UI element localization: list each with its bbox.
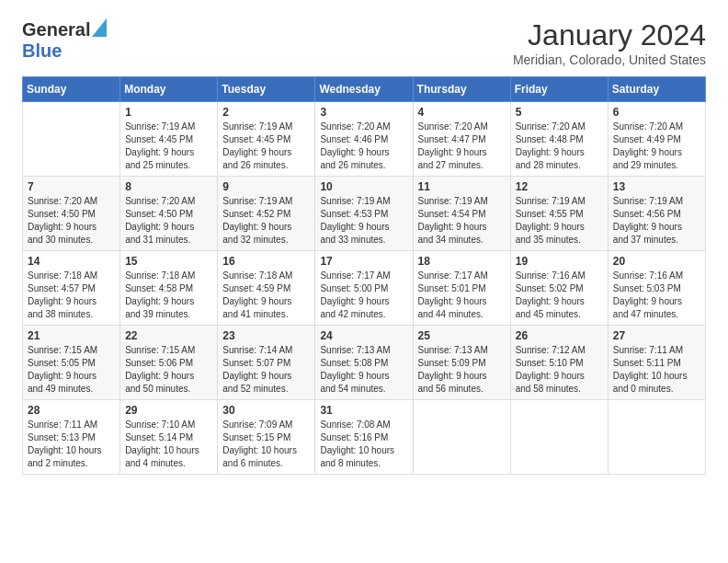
calendar-cell: 15Sunrise: 7:18 AM Sunset: 4:58 PM Dayli… (120, 251, 218, 326)
header-row: Sunday Monday Tuesday Wednesday Thursday… (23, 77, 706, 102)
calendar-cell: 2Sunrise: 7:19 AM Sunset: 4:45 PM Daylig… (218, 102, 315, 177)
table-row: 21Sunrise: 7:15 AM Sunset: 5:05 PM Dayli… (23, 326, 706, 400)
calendar-cell: 19Sunrise: 7:16 AM Sunset: 5:02 PM Dayli… (510, 251, 608, 326)
calendar-cell: 4Sunrise: 7:20 AM Sunset: 4:47 PM Daylig… (413, 102, 510, 177)
calendar-cell: 13Sunrise: 7:19 AM Sunset: 4:56 PM Dayli… (608, 177, 705, 251)
day-info: Sunrise: 7:11 AM Sunset: 5:13 PM Dayligh… (28, 419, 115, 470)
day-number: 12 (516, 180, 603, 193)
day-info: Sunrise: 7:19 AM Sunset: 4:55 PM Dayligh… (516, 195, 603, 247)
day-number: 27 (613, 329, 700, 342)
day-info: Sunrise: 7:16 AM Sunset: 5:02 PM Dayligh… (516, 270, 603, 321)
day-info: Sunrise: 7:11 AM Sunset: 5:11 PM Dayligh… (613, 344, 700, 396)
calendar-cell: 9Sunrise: 7:19 AM Sunset: 4:52 PM Daylig… (218, 177, 315, 251)
calendar-table: Sunday Monday Tuesday Wednesday Thursday… (22, 76, 706, 475)
calendar-cell: 21Sunrise: 7:15 AM Sunset: 5:05 PM Dayli… (23, 326, 120, 400)
calendar-cell: 20Sunrise: 7:16 AM Sunset: 5:03 PM Dayli… (608, 251, 705, 326)
calendar-cell (608, 400, 705, 475)
day-number: 5 (516, 106, 603, 119)
day-number: 13 (613, 180, 700, 193)
calendar-cell: 23Sunrise: 7:14 AM Sunset: 5:07 PM Dayli… (218, 326, 315, 400)
day-number: 22 (125, 329, 212, 342)
logo: General Blue (22, 18, 107, 62)
day-number: 15 (125, 255, 212, 268)
header: General Blue January 2024 Meridian, Colo… (22, 18, 706, 67)
calendar-cell (23, 102, 120, 177)
day-number: 18 (418, 255, 506, 268)
day-info: Sunrise: 7:15 AM Sunset: 5:05 PM Dayligh… (28, 344, 115, 396)
calendar-cell: 7Sunrise: 7:20 AM Sunset: 4:50 PM Daylig… (23, 177, 120, 251)
day-number: 19 (516, 255, 603, 268)
day-number: 8 (125, 180, 212, 193)
day-info: Sunrise: 7:19 AM Sunset: 4:53 PM Dayligh… (320, 195, 407, 247)
svg-marker-0 (92, 18, 107, 37)
logo-general: General (22, 19, 90, 40)
col-saturday: Saturday (608, 77, 705, 102)
calendar-cell: 18Sunrise: 7:17 AM Sunset: 5:01 PM Dayli… (413, 251, 510, 326)
day-number: 24 (320, 329, 407, 342)
day-info: Sunrise: 7:20 AM Sunset: 4:50 PM Dayligh… (125, 195, 212, 247)
calendar-cell (413, 400, 510, 475)
day-number: 29 (125, 404, 212, 417)
day-info: Sunrise: 7:18 AM Sunset: 4:57 PM Dayligh… (28, 270, 115, 321)
col-tuesday: Tuesday (218, 77, 315, 102)
col-friday: Friday (510, 77, 608, 102)
day-number: 7 (28, 180, 115, 193)
calendar-cell: 29Sunrise: 7:10 AM Sunset: 5:14 PM Dayli… (120, 400, 218, 475)
calendar-cell: 26Sunrise: 7:12 AM Sunset: 5:10 PM Dayli… (510, 326, 608, 400)
day-number: 2 (222, 106, 310, 119)
calendar-cell: 1Sunrise: 7:19 AM Sunset: 4:45 PM Daylig… (120, 102, 218, 177)
day-number: 6 (613, 106, 700, 119)
day-info: Sunrise: 7:19 AM Sunset: 4:45 PM Dayligh… (125, 121, 212, 172)
day-info: Sunrise: 7:13 AM Sunset: 5:08 PM Dayligh… (320, 344, 407, 396)
calendar-cell: 16Sunrise: 7:18 AM Sunset: 4:59 PM Dayli… (218, 251, 315, 326)
calendar-cell: 11Sunrise: 7:19 AM Sunset: 4:54 PM Dayli… (413, 177, 510, 251)
col-sunday: Sunday (23, 77, 120, 102)
day-info: Sunrise: 7:17 AM Sunset: 5:00 PM Dayligh… (320, 270, 407, 321)
logo-blue: Blue (22, 40, 62, 61)
table-row: 7Sunrise: 7:20 AM Sunset: 4:50 PM Daylig… (23, 177, 706, 251)
calendar-cell: 25Sunrise: 7:13 AM Sunset: 5:09 PM Dayli… (413, 326, 510, 400)
day-info: Sunrise: 7:18 AM Sunset: 4:58 PM Dayligh… (125, 270, 212, 321)
day-number: 20 (613, 255, 700, 268)
calendar-cell: 24Sunrise: 7:13 AM Sunset: 5:08 PM Dayli… (315, 326, 413, 400)
logo-triangle-icon (92, 18, 107, 40)
day-number: 21 (28, 329, 115, 342)
title-area: January 2024 Meridian, Colorado, United … (513, 18, 706, 67)
calendar-cell: 31Sunrise: 7:08 AM Sunset: 5:16 PM Dayli… (315, 400, 413, 475)
day-number: 4 (418, 106, 506, 119)
day-info: Sunrise: 7:15 AM Sunset: 5:06 PM Dayligh… (125, 344, 212, 396)
day-info: Sunrise: 7:19 AM Sunset: 4:52 PM Dayligh… (222, 195, 310, 247)
day-number: 26 (516, 329, 603, 342)
day-number: 9 (222, 180, 310, 193)
day-info: Sunrise: 7:14 AM Sunset: 5:07 PM Dayligh… (222, 344, 310, 396)
day-info: Sunrise: 7:13 AM Sunset: 5:09 PM Dayligh… (418, 344, 506, 396)
calendar-cell: 12Sunrise: 7:19 AM Sunset: 4:55 PM Dayli… (510, 177, 608, 251)
day-number: 16 (222, 255, 310, 268)
table-row: 14Sunrise: 7:18 AM Sunset: 4:57 PM Dayli… (23, 251, 706, 326)
table-row: 1Sunrise: 7:19 AM Sunset: 4:45 PM Daylig… (23, 102, 706, 177)
day-info: Sunrise: 7:20 AM Sunset: 4:47 PM Dayligh… (418, 121, 506, 172)
calendar-cell: 5Sunrise: 7:20 AM Sunset: 4:48 PM Daylig… (510, 102, 608, 177)
day-info: Sunrise: 7:17 AM Sunset: 5:01 PM Dayligh… (418, 270, 506, 321)
day-info: Sunrise: 7:10 AM Sunset: 5:14 PM Dayligh… (125, 419, 212, 470)
day-number: 1 (125, 106, 212, 119)
day-number: 10 (320, 180, 407, 193)
calendar-subtitle: Meridian, Colorado, United States (513, 52, 706, 67)
day-number: 31 (320, 404, 407, 417)
day-info: Sunrise: 7:09 AM Sunset: 5:15 PM Dayligh… (222, 419, 310, 470)
day-number: 11 (418, 180, 506, 193)
day-info: Sunrise: 7:18 AM Sunset: 4:59 PM Dayligh… (222, 270, 310, 321)
day-number: 30 (222, 404, 310, 417)
day-number: 25 (418, 329, 506, 342)
calendar-cell (510, 400, 608, 475)
day-number: 3 (320, 106, 407, 119)
day-info: Sunrise: 7:20 AM Sunset: 4:50 PM Dayligh… (28, 195, 115, 247)
calendar-cell: 10Sunrise: 7:19 AM Sunset: 4:53 PM Dayli… (315, 177, 413, 251)
day-number: 28 (28, 404, 115, 417)
col-thursday: Thursday (413, 77, 510, 102)
col-wednesday: Wednesday (315, 77, 413, 102)
day-info: Sunrise: 7:19 AM Sunset: 4:45 PM Dayligh… (222, 121, 310, 172)
calendar-title: January 2024 (513, 18, 706, 52)
day-number: 23 (222, 329, 310, 342)
col-monday: Monday (120, 77, 218, 102)
